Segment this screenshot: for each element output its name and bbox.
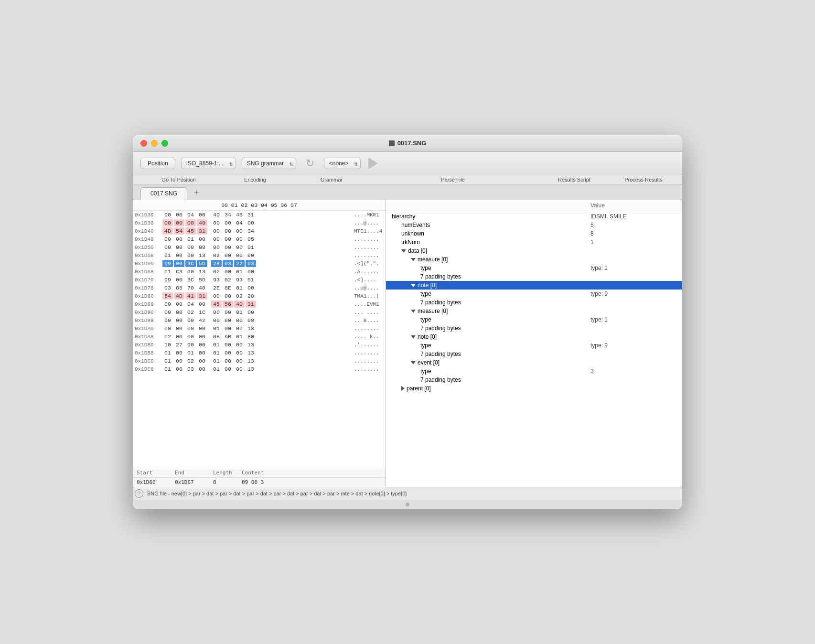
hex-row[interactable]: 0x1D900000021C00000100... .... (133, 308, 386, 316)
parse-tree-row[interactable]: typetype: 9 (386, 290, 682, 298)
parse-tree-row[interactable]: note [0] (386, 333, 682, 341)
hex-row[interactable]: 0x1DB01027000001000013.'...... (133, 341, 386, 349)
parse-tree-row[interactable]: 7 padding bytes (386, 324, 682, 333)
hex-byte[interactable]: 00 (174, 349, 184, 356)
hex-byte[interactable]: 00 (246, 252, 256, 259)
hex-byte[interactable]: 00 (162, 244, 173, 251)
hex-byte[interactable]: C3 (174, 268, 184, 275)
parse-tree-row[interactable]: measure [0] (386, 255, 682, 264)
hex-byte[interactable]: 04 (234, 219, 245, 226)
hex-row[interactable]: 0x1DB80100010001000013........ (133, 349, 386, 357)
hex-byte[interactable]: 13 (246, 341, 256, 348)
hex-byte[interactable]: 4B (234, 211, 245, 218)
hex-byte[interactable]: 13 (197, 268, 207, 275)
hex-byte[interactable]: 00 (223, 244, 233, 251)
hex-byte[interactable]: 45 (211, 301, 222, 308)
hex-byte[interactable]: 80 (246, 333, 256, 340)
hex-byte[interactable]: 90 (185, 268, 196, 275)
hex-byte[interactable]: 00 (197, 301, 207, 308)
hex-byte[interactable]: 00 (162, 317, 173, 324)
hex-byte[interactable]: 01 (211, 349, 222, 356)
hex-byte[interactable]: 00 (223, 365, 233, 373)
encoding-select[interactable]: ISO_8859-1:... (181, 158, 236, 169)
results-script-select[interactable]: <none> (324, 158, 361, 169)
hex-byte[interactable]: 00 (185, 333, 196, 340)
hex-row[interactable]: 0x1D500000000800000001........ (133, 243, 386, 251)
hex-byte[interactable]: 00 (162, 325, 173, 332)
tab-0017sng[interactable]: 0017.SNG (140, 187, 187, 200)
parse-tree-row[interactable]: typetype: 1 (386, 315, 682, 324)
hex-byte[interactable]: 93 (234, 276, 245, 283)
hex-byte[interactable]: 31 (197, 227, 207, 235)
parse-tree[interactable]: hierarchyIDSMI. SMILEnumEvents5unknown8t… (386, 211, 682, 487)
hex-byte[interactable]: 34 (246, 227, 256, 235)
hex-row[interactable]: 0x1D30000004004D344B31....MKR1 (133, 211, 386, 219)
hex-row[interactable]: 0x1D380000004000000400...@.... (133, 219, 386, 227)
hex-byte[interactable]: 01 (234, 268, 245, 275)
hex-byte[interactable]: 00 (246, 219, 256, 226)
hex-byte[interactable]: 00 (211, 317, 222, 324)
hex-byte[interactable]: 03 (223, 260, 233, 267)
hex-byte[interactable]: 00 (174, 252, 184, 259)
hex-byte[interactable]: 09 (162, 260, 173, 267)
hex-byte[interactable]: 00 (223, 219, 233, 226)
hex-byte[interactable]: 31 (246, 301, 256, 308)
add-tab-button[interactable]: + (191, 188, 202, 200)
parse-tree-row[interactable]: 7 padding bytes (386, 350, 682, 358)
hex-byte[interactable]: 4D (234, 301, 245, 308)
hex-byte[interactable]: 00 (174, 357, 184, 365)
refresh-button[interactable]: ↻ (302, 156, 318, 171)
hex-byte[interactable]: 08 (246, 317, 256, 324)
parse-tree-row[interactable]: numEvents5 (386, 221, 682, 229)
hex-byte[interactable]: 00 (223, 357, 233, 365)
hex-byte[interactable]: 00 (234, 325, 245, 332)
hex-row[interactable]: 0x1DC80100030001000013........ (133, 365, 386, 373)
hex-byte[interactable]: 27 (174, 341, 184, 348)
hex-byte[interactable]: 13 (197, 252, 207, 259)
play-button[interactable] (366, 156, 380, 171)
hex-byte[interactable]: 00 (197, 211, 207, 218)
hex-byte[interactable]: 00 (223, 227, 233, 235)
hex-byte[interactable]: 54 (162, 292, 173, 300)
hex-byte[interactable]: 01 (211, 357, 222, 365)
hex-byte[interactable]: 03 (162, 284, 173, 291)
hex-byte[interactable]: 00 (174, 317, 184, 324)
hex-byte[interactable]: 13 (246, 349, 256, 356)
parse-tree-row[interactable]: parent [0] (386, 384, 682, 393)
hex-byte[interactable]: 00 (211, 309, 222, 316)
hex-byte[interactable]: 13 (246, 325, 256, 332)
hex-byte[interactable]: 00 (174, 301, 184, 308)
hex-byte[interactable]: 02 (211, 252, 222, 259)
hex-byte[interactable]: 31 (197, 292, 207, 300)
help-button[interactable]: ? (135, 489, 143, 498)
hex-byte[interactable]: 54 (174, 227, 184, 235)
hex-byte[interactable]: 00 (174, 365, 184, 373)
hex-byte[interactable]: 00 (234, 349, 245, 356)
hex-byte[interactable]: 00 (234, 341, 245, 348)
hex-row[interactable]: 0x1D6801C3901302000100.Ä...... (133, 268, 386, 276)
hex-byte[interactable]: 01 (162, 365, 173, 373)
hex-byte[interactable]: 93 (211, 276, 222, 283)
hex-byte[interactable]: 00 (185, 341, 196, 348)
hex-row[interactable]: 0x1D404D54453100000034MTE1....4 (133, 227, 386, 235)
hex-byte[interactable]: 00 (174, 309, 184, 316)
hex-byte[interactable]: 01 (234, 309, 245, 316)
hex-byte[interactable]: 00 (174, 236, 184, 243)
hex-row[interactable]: 0x1D980000004200000008...B.... (133, 316, 386, 324)
hex-byte[interactable]: 03 (246, 260, 256, 267)
parse-tree-row[interactable]: typetype: 9 (386, 341, 682, 350)
hex-byte[interactable]: 02 (162, 333, 173, 340)
hex-byte[interactable]: 00 (174, 260, 184, 267)
zoom-button[interactable] (161, 140, 168, 147)
hex-byte[interactable]: 00 (162, 219, 173, 226)
hex-byte[interactable]: 02 (234, 292, 245, 300)
hex-byte[interactable]: 4D (162, 227, 173, 235)
hex-byte[interactable]: 00 (185, 219, 196, 226)
hex-byte[interactable]: 70 (185, 284, 196, 291)
hex-byte[interactable]: 3C (185, 276, 196, 283)
hex-byte[interactable]: 05 (246, 236, 256, 243)
hex-byte[interactable]: 00 (223, 292, 233, 300)
hex-byte[interactable]: 04 (185, 211, 196, 218)
hex-byte[interactable]: 00 (174, 219, 184, 226)
hex-byte[interactable]: 00 (246, 309, 256, 316)
